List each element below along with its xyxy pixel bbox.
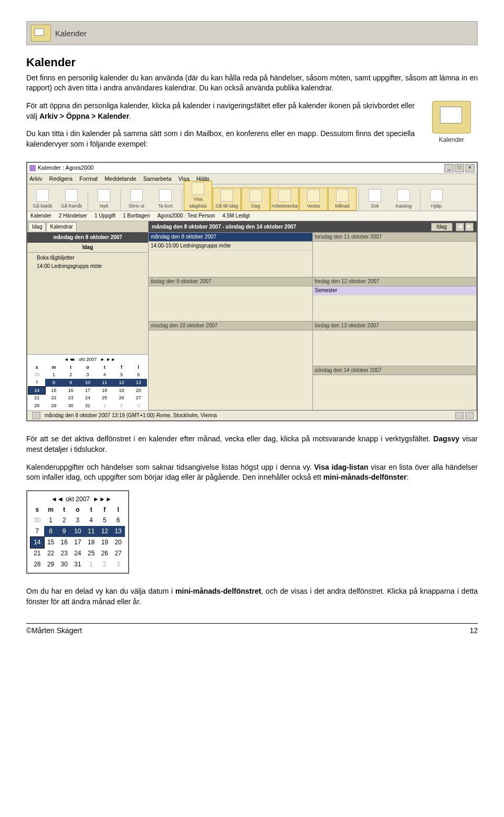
calendar-day[interactable]: 2 (57, 515, 71, 526)
calendar-desktop-icon[interactable]: Kalender (425, 101, 478, 144)
calendar-day[interactable]: 22 (44, 548, 58, 559)
calendar-day[interactable]: 1 (96, 402, 113, 410)
calendar-day[interactable]: 28 (28, 402, 45, 410)
list-item[interactable]: Boka tågbiljetter (27, 254, 148, 262)
calendar-day[interactable]: 13 (111, 526, 125, 537)
calendar-day[interactable]: 6 (130, 371, 147, 379)
calendar-day[interactable]: 14 (30, 537, 44, 548)
calendar-day[interactable]: 21 (30, 548, 44, 559)
calendar-day[interactable]: 23 (57, 548, 71, 559)
maximize-button[interactable]: □ (455, 164, 464, 172)
show-today-list-button[interactable]: Visa idaglista (184, 181, 212, 211)
calendar-day[interactable]: 7 (30, 526, 44, 537)
calendar-day[interactable]: 19 (113, 387, 130, 395)
calendar-day[interactable]: 29 (44, 559, 58, 570)
day-view-button[interactable]: Dag (242, 188, 270, 211)
menu-samarbeta[interactable]: Samarbeta (143, 175, 172, 182)
year-next-icon[interactable]: ►► (106, 356, 111, 363)
week-view-button[interactable]: Vecka (299, 188, 328, 211)
calendar-day[interactable]: 23 (62, 394, 79, 402)
search-button[interactable]: Sök (361, 188, 389, 211)
catalog-button[interactable]: Katalog (390, 188, 418, 211)
month-next-icon[interactable]: ► (93, 495, 98, 504)
year-prev-icon[interactable]: ◄◄ (64, 356, 69, 363)
calendar-day[interactable]: 17 (71, 537, 85, 548)
calendar-day[interactable]: 16 (57, 537, 71, 548)
calendar-day[interactable]: 20 (111, 537, 125, 548)
calendar-day[interactable]: 30 (30, 515, 44, 526)
calendar-day[interactable]: 1 (45, 371, 62, 379)
calendar-day[interactable]: 13 (130, 379, 147, 387)
calendar-day[interactable]: 29 (45, 402, 62, 410)
month-view-button[interactable]: Månad (328, 188, 356, 211)
day-cell-tue[interactable]: tisdag den 9 oktober 2007 (148, 277, 313, 322)
calendar-day[interactable]: 8 (45, 379, 62, 387)
calendar-day[interactable]: 2 (62, 371, 79, 379)
calendar-day[interactable]: 3 (71, 515, 85, 526)
calendar-day[interactable]: 30 (28, 371, 45, 379)
calendar-day[interactable]: 11 (85, 526, 98, 537)
calendar-day[interactable]: 2 (113, 402, 130, 410)
goto-today-button[interactable]: Gå till Idag (213, 188, 241, 211)
calendar-day[interactable]: 31 (79, 402, 96, 410)
calendar-day[interactable]: 5 (113, 371, 130, 379)
calendar-day[interactable]: 1 (85, 559, 98, 570)
year-prev-icon[interactable]: ◄◄ (51, 495, 56, 504)
minimize-button[interactable]: _ (444, 164, 454, 172)
forward-button[interactable]: Gå framåt (57, 188, 86, 211)
workweek-view-button[interactable]: Arbetsvecka (270, 188, 299, 211)
calendar-day[interactable]: 15 (44, 537, 58, 548)
tab-idag[interactable]: Idag (28, 222, 46, 231)
calendar-day[interactable]: 17 (79, 387, 96, 395)
calendar-day[interactable]: 20 (130, 387, 147, 395)
calendar-day[interactable]: 15 (45, 387, 62, 395)
tab-kalendrar[interactable]: Kalendrar (46, 222, 76, 231)
calendar-day[interactable]: 9 (62, 379, 79, 387)
calendar-day[interactable]: 25 (85, 548, 98, 559)
calendar-day[interactable]: 10 (79, 379, 96, 387)
calendar-day[interactable]: 11 (96, 379, 113, 387)
menu-format[interactable]: Format (79, 175, 98, 182)
calendar-day[interactable]: 26 (113, 394, 130, 402)
month-prev-icon[interactable]: ◄ (70, 356, 76, 363)
month-prev-icon[interactable]: ◄ (57, 495, 62, 504)
calendar-day[interactable]: 24 (79, 394, 96, 402)
calendar-day[interactable]: 4 (96, 371, 113, 379)
calendar-day[interactable]: 3 (111, 559, 125, 570)
event[interactable]: Semester (313, 286, 477, 295)
calendar-day[interactable]: 28 (30, 559, 44, 570)
calendar-day[interactable]: 22 (45, 394, 62, 402)
calendar-day[interactable]: 19 (98, 537, 112, 548)
calendar-day[interactable]: 26 (98, 548, 112, 559)
prev-arrow-icon[interactable]: ◄ (456, 223, 464, 231)
menu-arkiv[interactable]: Arkiv (29, 175, 42, 182)
print-button[interactable]: Skriv ut (122, 188, 151, 211)
calendar-day[interactable]: 16 (62, 387, 79, 395)
calendar-day[interactable]: 7 (28, 379, 45, 387)
calendar-day[interactable]: 9 (57, 526, 71, 537)
menu-redigera[interactable]: Redigera (49, 175, 73, 182)
year-next-icon[interactable]: ►► (99, 495, 104, 504)
calendar-day[interactable]: 27 (130, 394, 147, 402)
next-arrow-icon[interactable]: ► (465, 223, 474, 231)
calendar-day[interactable]: 18 (85, 537, 98, 548)
calendar-day[interactable]: 4 (85, 515, 98, 526)
calendar-day[interactable]: 27 (111, 548, 125, 559)
calendar-day[interactable]: 1 (44, 515, 58, 526)
new-button[interactable]: Nytt (90, 188, 118, 211)
calendar-day[interactable]: 14 (28, 387, 45, 395)
event[interactable]: 14:00-15:00 Ledningsgrupps möte (149, 242, 312, 251)
day-cell-thu[interactable]: torsdag den 11 oktober 2007 (312, 232, 477, 277)
calendar-day[interactable]: 31 (71, 559, 85, 570)
day-cell-sun[interactable]: söndag den 14 oktober 2007 (312, 366, 477, 411)
calendar-day[interactable]: 25 (96, 394, 113, 402)
month-next-icon[interactable]: ► (100, 356, 105, 363)
calendar-day[interactable]: 10 (71, 526, 85, 537)
calendar-day[interactable]: 3 (79, 371, 96, 379)
calendar-day[interactable]: 5 (98, 515, 112, 526)
close-button[interactable]: × (465, 164, 475, 172)
calendar-day[interactable]: 24 (71, 548, 85, 559)
calendar-day[interactable]: 18 (96, 387, 113, 395)
help-button[interactable]: Hjälp (422, 188, 450, 211)
day-cell-sat[interactable]: lördag den 13 oktober 2007 (312, 321, 477, 366)
